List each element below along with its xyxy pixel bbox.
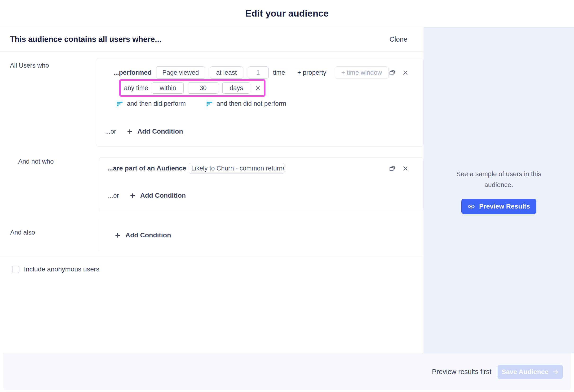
time-unit-select-button[interactable]: days: [222, 82, 250, 94]
row-actions: [389, 165, 409, 172]
edit-audience-modal: Edit your audience This audience contain…: [0, 0, 574, 392]
plus-icon: [115, 232, 121, 238]
main-area: This audience contains all users where..…: [0, 27, 574, 353]
operator-select-button[interactable]: at least: [210, 66, 243, 79]
condition-card-audience: ...are part of an Audience Likely to Chu…: [99, 157, 424, 211]
or-add-condition-row: ...or Add Condition: [96, 128, 409, 135]
section-and-not-who: And not who ...are part of an Audience L…: [0, 157, 424, 211]
save-audience-label: Save Audience: [502, 368, 549, 376]
remove-time-filter-button[interactable]: [255, 85, 261, 91]
eye-icon: [468, 203, 475, 210]
save-audience-button[interactable]: Save Audience: [498, 365, 563, 379]
funnel-filter-icon: [117, 100, 123, 107]
include-anonymous-checkbox[interactable]: [12, 266, 20, 273]
time-filter-row-highlighted: any time within 30 days: [119, 79, 266, 97]
audience-condition-row: ...are part of an Audience Likely to Chu…: [99, 163, 409, 174]
section-and-not-who-label: And not who: [0, 157, 99, 211]
event-select-button[interactable]: Page viewed: [156, 66, 205, 79]
section-and-also: And also Add Condition: [0, 220, 424, 251]
duplicate-condition-button[interactable]: [389, 165, 396, 172]
preview-results-label: Preview Results: [479, 203, 530, 210]
add-condition-button[interactable]: Add Condition: [140, 192, 186, 199]
performed-condition-row: ...performed Page viewed at least 1 time…: [96, 66, 409, 79]
remove-condition-button[interactable]: [402, 70, 409, 76]
or-add-condition-row: ...or Add Condition: [99, 192, 409, 199]
plus-icon: [130, 193, 136, 199]
modal-title: Edit your audience: [245, 8, 329, 19]
close-icon: [402, 70, 409, 76]
section-all-users: All Users who ...performed Page viewed a…: [0, 58, 424, 147]
add-property-link[interactable]: + property: [297, 69, 326, 76]
copy-icon: [389, 165, 396, 172]
condition-card-performed: ...performed Page viewed at least 1 time…: [96, 58, 424, 147]
anonymous-users-row: Include anonymous users: [0, 266, 424, 273]
remove-condition-button[interactable]: [402, 165, 409, 172]
divider: [0, 257, 424, 257]
include-anonymous-label: Include anonymous users: [24, 266, 99, 273]
or-text: ...or: [105, 128, 116, 135]
any-time-text: any time: [124, 84, 148, 92]
section-and-also-label: And also: [0, 220, 99, 251]
count-value: 1: [256, 69, 260, 76]
count-input[interactable]: 1: [248, 66, 268, 79]
time-filter-actions: [255, 85, 261, 91]
preview-panel-message: See a sample of users in this audience.: [443, 169, 554, 190]
audience-select-button[interactable]: Likely to Churn - common returners: [189, 163, 284, 174]
time-window-button[interactable]: + time window: [335, 66, 389, 79]
time-value: 30: [200, 84, 206, 92]
row-actions: [389, 69, 409, 76]
add-condition-button[interactable]: Add Condition: [125, 232, 171, 239]
and-also-area: Add Condition: [99, 220, 424, 251]
audience-prefix-text: ...are part of an Audience: [107, 165, 186, 172]
builder-header: This audience contains all users where..…: [0, 27, 424, 52]
within-select-button[interactable]: within: [152, 82, 184, 94]
copy-icon: [389, 69, 396, 76]
add-condition-button[interactable]: Add Condition: [138, 128, 183, 135]
footer-bar: Preview results first Save Audience: [3, 353, 571, 390]
modal-header: Edit your audience: [0, 0, 574, 27]
close-icon: [402, 165, 409, 172]
clone-button[interactable]: Clone: [388, 35, 409, 43]
sequence-links-row: and then did perform and t: [96, 100, 409, 107]
section-all-users-label: All Users who: [0, 58, 96, 147]
preview-panel: See a sample of users in this audience. …: [424, 27, 574, 353]
funnel-filter-icon: [206, 100, 213, 107]
preview-first-hint: Preview results first: [432, 368, 492, 376]
then-did-not-perform-link[interactable]: and then did not perform: [206, 100, 286, 107]
duplicate-condition-button[interactable]: [389, 69, 396, 76]
time-value-input[interactable]: 30: [188, 82, 218, 94]
performed-text: ...performed: [113, 69, 152, 76]
builder-title: This audience contains all users where..…: [10, 35, 161, 44]
then-did-perform-label: and then did perform: [127, 100, 186, 107]
preview-results-button[interactable]: Preview Results: [461, 199, 536, 214]
audience-builder: This audience contains all users where..…: [0, 27, 424, 353]
or-text: ...or: [108, 192, 119, 199]
close-icon: [255, 85, 261, 91]
then-did-not-perform-label: and then did not perform: [217, 100, 286, 107]
then-did-perform-link[interactable]: and then did perform: [117, 100, 186, 107]
plus-icon: [127, 129, 133, 135]
time-text: time: [273, 69, 285, 76]
arrow-right-icon: [552, 369, 559, 375]
